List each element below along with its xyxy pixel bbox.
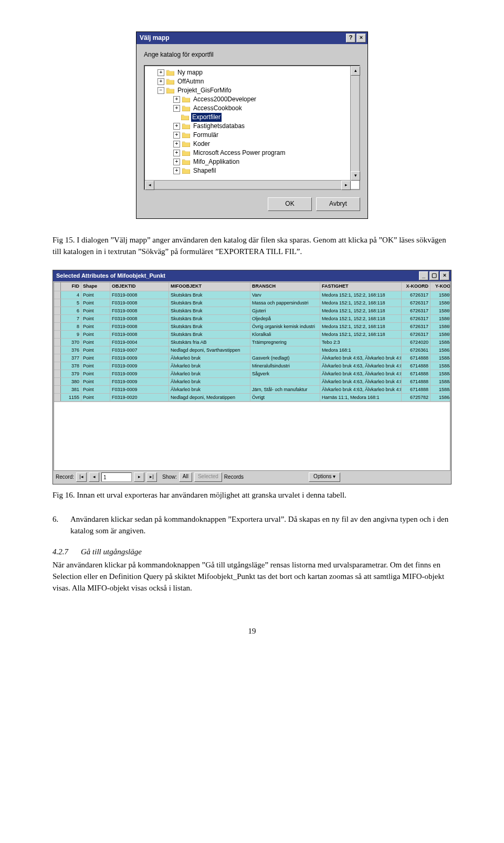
tree-item[interactable]: +Ny mapp [148, 68, 349, 77]
cancel-button[interactable]: Avbryt [316, 197, 360, 211]
tree-item-label: OffAutmn [176, 77, 205, 86]
row-selector[interactable] [54, 299, 61, 307]
table-row[interactable]: 1155PointF0319-0020Nedlagd deponi, Medor… [54, 394, 450, 402]
cell-bransch [250, 346, 320, 354]
expand-icon[interactable]: + [173, 132, 180, 139]
row-selector[interactable] [54, 354, 61, 362]
tree-item[interactable]: +Microsoft Access Power program [148, 149, 349, 157]
table-row[interactable]: 9PointF0319-0008Skutskärs BrukKloralkali… [54, 331, 450, 339]
row-selector[interactable] [54, 323, 61, 330]
list-item-6: 6. Användaren klickar sedan på kommandok… [52, 514, 452, 537]
show-all-button[interactable]: All [179, 472, 192, 482]
table-row[interactable]: 379PointF0319-0009Älvkarleö brukSågverkÄ… [54, 370, 450, 378]
cell-fastighet: Medora 152:1, 152:2, 168:118 [320, 331, 402, 338]
table-row[interactable]: 5PointF0319-0008Skutskärs BrukMassa och … [54, 299, 450, 307]
tree-item[interactable]: +Mifo_Applikation [148, 157, 349, 166]
folder-tree[interactable]: +Ny mapp+OffAutmn−Projekt_GisForMifo+Acc… [144, 65, 360, 190]
expand-icon[interactable]: + [173, 96, 180, 103]
cell-mifoobjekt: Älvkarleö bruk [169, 354, 250, 362]
cell-x: 6714888 [402, 378, 430, 385]
options-button[interactable]: Options ▾ [309, 472, 340, 482]
tree-item[interactable]: −Projekt_GisForMifo [148, 86, 349, 95]
row-selector[interactable] [54, 362, 61, 370]
next-record-button[interactable]: ▸ [134, 472, 144, 482]
expand-icon[interactable]: + [173, 150, 180, 156]
cell-shape: Point [81, 291, 110, 299]
cell-objektid: F0319-0008 [110, 291, 169, 299]
col-shape[interactable]: Shape [81, 282, 110, 291]
row-selector[interactable] [54, 331, 61, 338]
row-selector[interactable] [54, 291, 61, 299]
ok-button[interactable]: OK [268, 197, 312, 211]
expand-icon[interactable]: + [158, 69, 164, 76]
table-row[interactable]: 6PointF0319-0008Skutskärs BrukGjuteriMed… [54, 307, 450, 315]
prev-record-button[interactable]: ◂ [89, 472, 99, 482]
dialog-titlebar[interactable]: Välj mapp ? × [136, 32, 368, 44]
row-selector[interactable] [54, 346, 61, 354]
expand-icon[interactable]: + [173, 141, 180, 147]
record-number-input[interactable] [101, 472, 132, 482]
cell-fastighet: Tebo 2:3 [320, 339, 402, 346]
tree-item[interactable]: +Fastighetsdatabas [148, 122, 349, 131]
row-selector[interactable] [54, 386, 61, 393]
table-row[interactable]: 377PointF0319-0009Älvkarleö brukGasverk … [54, 354, 450, 362]
cell-y: 1588449 [430, 378, 450, 385]
scroll-down-icon[interactable]: ▾ [351, 171, 360, 181]
show-selected-button[interactable]: Selected [194, 472, 222, 482]
close-button[interactable]: × [440, 271, 449, 280]
row-selector[interactable] [54, 370, 61, 377]
cell-fid: 7 [61, 315, 81, 322]
cell-fastighet: Medora 152:1, 152:2, 168:118 [320, 323, 402, 330]
col-x-koord[interactable]: X-KOORD [402, 282, 430, 291]
expand-icon[interactable]: + [173, 123, 180, 130]
table-row[interactable]: 376PointF0319-0007Nedlagd deponi, Svarth… [54, 346, 450, 354]
vertical-scrollbar[interactable]: ▴ ▾ [350, 66, 359, 181]
cell-x: 6724020 [402, 339, 430, 346]
expand-icon[interactable]: + [173, 159, 180, 165]
col-y-koord[interactable]: Y-KOORD [430, 282, 450, 291]
tree-item[interactable]: Exportfiler [148, 113, 349, 122]
table-row[interactable]: 378PointF0319-0009Älvkarleö brukMineralu… [54, 362, 450, 370]
minimize-button[interactable]: _ [419, 271, 428, 280]
horizontal-scrollbar[interactable]: ◂ ▸ [145, 180, 351, 189]
cell-objektid: F0319-0007 [110, 346, 169, 354]
tree-item[interactable]: +Shapefil [148, 166, 349, 175]
help-button[interactable]: ? [346, 34, 355, 43]
attribute-grid[interactable]: FID Shape OBJEKTID MIFOOBJEKT BRANSCH FA… [54, 282, 450, 471]
col-fid[interactable]: FID [61, 282, 81, 291]
col-bransch[interactable]: BRANSCH [250, 282, 320, 291]
maximize-button[interactable]: ▢ [429, 271, 439, 280]
table-row[interactable]: 370PointF0319-0004Skutskärs fria ABTräim… [54, 339, 450, 346]
tree-item[interactable]: +AccessCookbook [148, 104, 349, 113]
scroll-up-icon[interactable]: ▴ [351, 66, 360, 76]
scroll-left-icon[interactable]: ◂ [145, 181, 154, 190]
tree-item[interactable]: +Koder [148, 140, 349, 149]
close-button[interactable]: × [356, 34, 366, 43]
tree-item[interactable]: +Formulär [148, 131, 349, 140]
grid-header-row[interactable]: FID Shape OBJEKTID MIFOOBJEKT BRANSCH FA… [54, 282, 450, 291]
table-row[interactable]: 8PointF0319-0008Skutskärs BrukÖvrig orga… [54, 323, 450, 331]
tree-item[interactable]: +OffAutmn [148, 77, 349, 86]
expand-icon[interactable]: + [173, 105, 180, 112]
collapse-icon[interactable]: − [158, 87, 164, 94]
row-selector[interactable] [54, 378, 61, 385]
expand-icon[interactable]: + [158, 78, 164, 85]
row-selector[interactable] [54, 394, 61, 401]
first-record-button[interactable]: |◂ [76, 472, 87, 482]
row-selector[interactable] [54, 307, 61, 314]
attr-titlebar[interactable]: Selected Attributes of Mifoobjekt_Punkt … [53, 270, 451, 281]
scroll-right-icon[interactable]: ▸ [341, 181, 351, 190]
table-row[interactable]: 4PointF0319-0008Skutskärs BrukVarvMedora… [54, 291, 450, 299]
table-row[interactable]: 381PointF0319-0009Älvkarleö brukJärn, St… [54, 386, 450, 394]
col-fastighet[interactable]: FASTIGHET [320, 282, 402, 291]
table-row[interactable]: 7PointF0319-0008Skutskärs BrukOljedepåMe… [54, 315, 450, 323]
row-selector[interactable] [54, 315, 61, 322]
row-selector[interactable] [54, 339, 61, 346]
table-row[interactable]: 380PointF0319-0009Älvkarleö brukÄlvkarle… [54, 378, 450, 386]
col-objektid[interactable]: OBJEKTID [110, 282, 169, 291]
expand-icon[interactable]: + [173, 167, 180, 174]
col-mifoobjekt[interactable]: MIFOOBJEKT [169, 282, 250, 291]
figure-16-caption: Fig 16. Innan ett urval exporteras har a… [52, 490, 452, 501]
last-record-button[interactable]: ▸| [146, 472, 157, 482]
tree-item[interactable]: +Access2000Developer [148, 95, 349, 104]
